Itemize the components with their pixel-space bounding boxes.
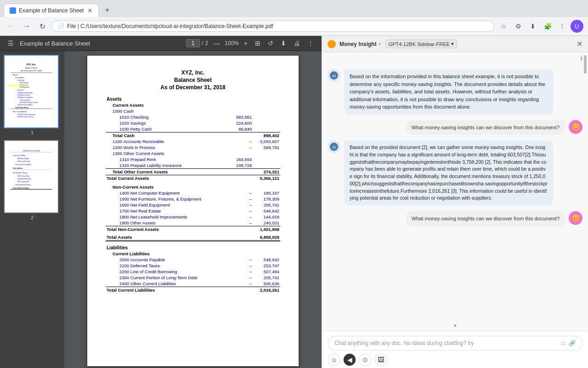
svg-text:1010 Checking: 1010 Checking <box>20 82 28 84</box>
fit-page-button[interactable]: ⊞ <box>253 39 263 48</box>
chevron-down-icon: ▾ <box>451 41 454 47</box>
svg-text:😊: 😊 <box>572 123 580 131</box>
pdf-page: XYZ, Inc. Balance Sheet As of December 3… <box>87 56 299 366</box>
ai-model-selector[interactable]: GPT4-12BK Sidebar-FREE ▾ <box>385 40 457 48</box>
address-bar[interactable]: 📄 File | C:/Users/texture/Documents/nlpc… <box>51 21 494 32</box>
ap-label: 2000 Accounts Payable <box>106 257 230 263</box>
ai-chat-input[interactable]: Chat anything with any doc. No ideas dur… <box>328 336 582 351</box>
active-mode-button[interactable]: ◀ <box>343 353 356 366</box>
sidebar-toggle-button[interactable]: ☰ <box>6 39 16 48</box>
svg-text:1100 Accounts Receivable: 1100 Accounts Receivable <box>17 92 33 94</box>
svg-text:1200 Work in Process: 1200 Work in Process <box>17 94 30 96</box>
company-name: XYZ, Inc. <box>106 69 280 76</box>
current-ltd-label: 2300 Current Portion of Long-Term Debt <box>106 275 230 281</box>
field-amount: 205,741 <box>253 202 280 208</box>
zoom-in-button[interactable]: + <box>242 39 250 48</box>
svg-text:Balance Sheet: Balance Sheet <box>25 67 38 69</box>
noncurrent-label: Non-Current Assets <box>106 184 230 190</box>
table-row: 1700 Net Real Estate – 548,642 <box>106 208 280 214</box>
extensions-button[interactable]: 🧩 <box>541 20 554 33</box>
svg-text:As of December 31, 2018: As of December 31, 2018 <box>21 69 42 72</box>
svg-text:1300 Other Current Assets: 1300 Other Current Assets <box>17 97 33 98</box>
refresh-button[interactable]: ↻ <box>36 20 49 33</box>
forward-button[interactable]: → <box>20 20 33 33</box>
real-estate-label: 1700 Net Real Estate <box>106 208 230 214</box>
checking-label: 1010 Checking <box>106 114 230 120</box>
download-button[interactable]: ⬇ <box>526 20 539 33</box>
svg-text:3000 Notes Payable: 3000 Notes Payable <box>17 158 29 160</box>
liabilities-header: Liabilities <box>106 245 230 251</box>
total-assets-label: Total Assets <box>106 234 230 241</box>
real-estate-amount: 548,642 <box>253 208 280 214</box>
rotate-button[interactable]: ↺ <box>266 39 276 48</box>
info-icon[interactable]: ℹ <box>580 54 582 62</box>
account-button[interactable]: U <box>571 20 583 33</box>
pdf-viewer: ☰ Example of Balance Sheet / 2 — 100% + … <box>0 36 322 368</box>
image-button[interactable]: 🖼 <box>374 353 387 366</box>
browser-toolbar: ← → ↻ 📄 File | C:/Users/texture/Document… <box>0 17 588 36</box>
ai-avatar-1: AI <box>328 69 340 82</box>
svg-text:4200 Treasury Stock: 4200 Treasury Stock <box>17 181 29 183</box>
table-row: Liabilities <box>106 245 280 251</box>
total-other-current-label: Total Other Current Assets <box>106 169 230 175</box>
bookmark-button[interactable]: ☆ <box>497 20 510 33</box>
svg-text:Total Liabilities: Total Liabilities <box>13 167 23 169</box>
svg-text:Total Long-Term Liabilities: Total Long-Term Liabilities <box>15 164 31 166</box>
page1-thumbnail[interactable]: XYZ, Inc. Balance Sheet As of December 3… <box>4 55 61 135</box>
furniture-label: 1500 Net Furniture, Fixtures, & Equipmen… <box>106 196 230 202</box>
emoji-button[interactable]: ☺ <box>328 353 340 366</box>
new-tab-button[interactable]: + <box>101 4 113 17</box>
table-row: 1500 Net Furniture, Fixtures, & Equipmen… <box>106 196 280 202</box>
ai-input-placeholder: Chat anything with any doc. No ideas dur… <box>334 340 558 346</box>
svg-text:1400 Net Computer Equipment: 1400 Net Computer Equipment <box>17 114 35 115</box>
page2-thumb-image: Liabilities (continued) Long-Term Liabil… <box>4 140 59 213</box>
profile-button[interactable]: ⚙ <box>512 20 525 33</box>
total-current-liab-amount: 2,016,261 <box>253 287 280 293</box>
back-button[interactable]: ← <box>5 20 17 33</box>
ai-model-label: GPT4-12BK Sidebar-FREE <box>389 41 450 47</box>
ai-title: Money Insight <box>339 41 377 47</box>
leasehold-amount: 144,019 <box>253 214 280 220</box>
page-separator: / <box>202 40 203 46</box>
page-total: 2 <box>205 40 208 46</box>
table-row: 1030 Petty Cash 89,840 <box>106 126 280 132</box>
download-pdf-button[interactable]: ⬇ <box>278 39 288 48</box>
zoom-out-button[interactable]: — <box>211 39 222 48</box>
user-message-2: What money-saving insights can we discov… <box>328 211 582 226</box>
more-button[interactable]: ⋮ <box>305 39 316 48</box>
current-ltd-amount: 205,741 <box>253 275 280 281</box>
table-row: Total Cash 898,402 <box>106 132 280 139</box>
svg-text:1500 Net Furniture, Fixtures: 1500 Net Furniture, Fixtures <box>17 116 34 118</box>
toolbar-actions: ☆ ⚙ ⬇ 🧩 ⋮ U <box>497 20 583 33</box>
svg-rect-39 <box>11 189 52 190</box>
table-row: 1300 Other Current Assets <box>106 150 280 156</box>
tab-close-button[interactable]: ✕ <box>87 7 93 14</box>
svg-text:1000 Cash: 1000 Cash <box>17 80 24 81</box>
other-assets-label: 1900 Other Assets <box>106 220 230 226</box>
savings-amount: 224,600 <box>230 120 253 126</box>
svg-text:Total Cash: Total Cash <box>17 89 24 91</box>
as-of-date: As of December 31, 2018 <box>106 84 280 91</box>
print-button[interactable]: 🖨 <box>291 39 302 48</box>
active-tab[interactable]: Example of Balance Sheet ✕ <box>4 4 99 17</box>
svg-text:Total Current Assets: Total Current Assets <box>15 107 29 109</box>
svg-text:1310 Prepaid Rent: 1310 Prepaid Rent <box>20 99 31 101</box>
ap-amount: 548,642 <box>253 257 280 263</box>
file-icon: 📄 <box>57 23 64 29</box>
ar-label: 1100 Accounts Receivable <box>106 138 230 144</box>
table-row: 2300 Current Portion of Long-Term Debt –… <box>106 275 280 281</box>
total-noncurrent-amount: 1,501,908 <box>253 226 280 233</box>
ai-logo-icon <box>328 40 336 48</box>
page-number-input[interactable] <box>186 39 200 47</box>
user-avatar-2: 😊 <box>569 211 582 225</box>
ai-close-button[interactable]: ✕ <box>577 40 582 48</box>
translate-button[interactable]: ⊙ <box>359 353 372 366</box>
total-current-assets-amount: 5,356,121 <box>253 175 280 182</box>
svg-text:3100 Long-Term Debt: 3100 Long-Term Debt <box>17 161 30 162</box>
page2-thumbnail[interactable]: Liabilities (continued) Long-Term Liabil… <box>4 140 61 220</box>
balance-sheet-table: Assets Current Assets 1000 Cash <box>106 96 280 293</box>
ai-message-bubble-1: Based on the information provided in thi… <box>344 69 553 115</box>
address-text: File | C:/Users/texture/Documents/nlpclo… <box>67 23 488 29</box>
page1-thumb-number: 1 <box>4 130 61 135</box>
menu-button[interactable]: ⋮ <box>556 20 569 33</box>
